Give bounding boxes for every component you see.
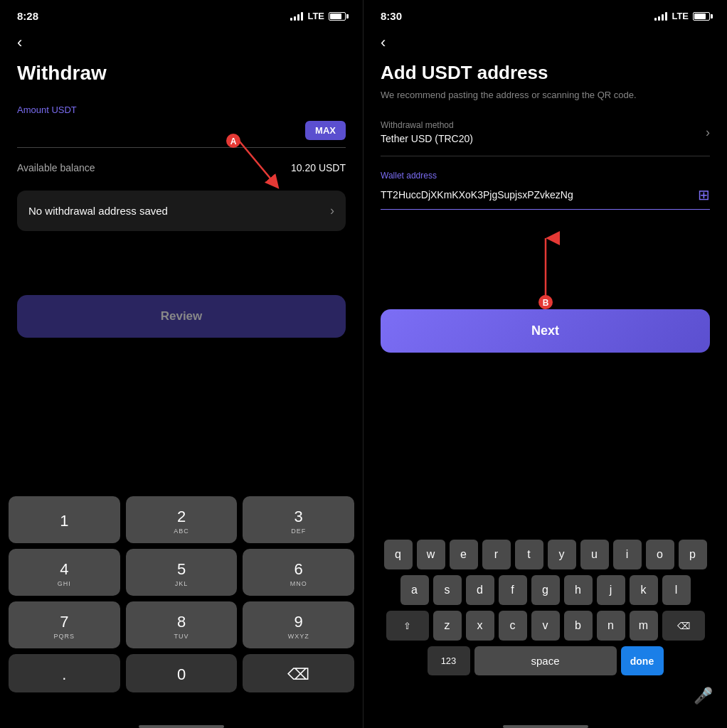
- key-u[interactable]: u: [580, 540, 609, 569]
- carrier-right: LTE: [672, 11, 689, 21]
- key-j[interactable]: j: [597, 575, 625, 605]
- qkey-row-3: ⇧ z x c v b n m ⌫: [369, 611, 721, 641]
- key-r[interactable]: r: [482, 540, 511, 569]
- home-indicator-right: [503, 725, 588, 728]
- left-phone: 8:28 LTE ‹ Withdraw Amount USDT MAX Avai…: [0, 0, 364, 728]
- amount-input[interactable]: [17, 123, 305, 138]
- carrier-left: LTE: [307, 11, 324, 21]
- battery-icon-left: [329, 12, 346, 21]
- signal-icon: [290, 12, 303, 21]
- right-phone: 8:30 LTE ‹ Add USDT address We recommend…: [364, 0, 727, 728]
- key-p[interactable]: p: [679, 540, 707, 569]
- key-c[interactable]: c: [499, 611, 527, 641]
- page-title-left: Withdraw: [17, 62, 346, 85]
- method-value: Tether USD (TRC20): [381, 133, 473, 144]
- status-bar-right: 8:30 LTE: [364, 0, 727, 26]
- key-7[interactable]: 7PQRS: [9, 601, 120, 648]
- key-d[interactable]: d: [466, 575, 494, 605]
- method-info: Withdrawal method Tether USD (TRC20): [381, 120, 473, 144]
- key-s[interactable]: s: [433, 575, 462, 605]
- key-row-1: 1 2ABC 3DEF: [9, 496, 354, 543]
- svg-text:B: B: [542, 298, 548, 308]
- method-label: Withdrawal method: [381, 120, 473, 130]
- key-v[interactable]: v: [531, 611, 560, 641]
- key-y[interactable]: y: [548, 540, 576, 569]
- key-m[interactable]: m: [630, 611, 658, 641]
- key-backspace-q[interactable]: ⌫: [662, 611, 705, 641]
- qkey-row-2: a s d f g h j k l: [369, 575, 721, 605]
- key-g[interactable]: g: [531, 575, 560, 605]
- balance-label: Available balance: [17, 162, 95, 173]
- key-f[interactable]: f: [499, 575, 527, 605]
- key-row-3: 7PQRS 8TUV 9WXYZ: [9, 601, 354, 648]
- annotation-b-container: B: [381, 224, 710, 309]
- key-3[interactable]: 3DEF: [243, 496, 354, 543]
- key-0[interactable]: 0: [126, 654, 238, 692]
- key-123[interactable]: 123: [428, 646, 470, 675]
- withdrawal-address-box[interactable]: No withdrawal address saved ›: [17, 191, 346, 231]
- key-8[interactable]: 8TUV: [126, 601, 238, 648]
- key-h[interactable]: h: [564, 575, 593, 605]
- key-dot[interactable]: .: [9, 654, 120, 692]
- key-x[interactable]: x: [466, 611, 494, 641]
- key-4[interactable]: 4GHI: [9, 549, 120, 596]
- wallet-address-input[interactable]: [381, 189, 698, 200]
- left-screen-content: ‹ Withdraw Amount USDT MAX Available bal…: [0, 26, 363, 491]
- status-right-right: LTE: [654, 11, 710, 21]
- key-l[interactable]: l: [662, 575, 691, 605]
- key-shift[interactable]: ⇧: [386, 611, 429, 641]
- annotation-a: A No withdrawal address saved ›: [17, 191, 346, 231]
- key-1[interactable]: 1: [9, 496, 120, 543]
- key-a[interactable]: a: [400, 575, 429, 605]
- key-space[interactable]: space: [474, 646, 617, 675]
- time-right: 8:30: [381, 10, 402, 22]
- amount-row: MAX: [17, 121, 346, 148]
- method-chevron-icon: ›: [706, 125, 710, 140]
- key-i[interactable]: i: [613, 540, 642, 569]
- wallet-label: Wallet address: [381, 171, 710, 181]
- back-button-right[interactable]: ‹: [381, 26, 386, 59]
- key-w[interactable]: w: [417, 540, 445, 569]
- key-q[interactable]: q: [384, 540, 413, 569]
- mic-button[interactable]: 🎤: [694, 687, 713, 705]
- key-b[interactable]: b: [564, 611, 593, 641]
- qkey-row-1: q w e r t y u i o p: [369, 540, 721, 569]
- key-6[interactable]: 6MNO: [243, 549, 354, 596]
- key-row-2: 4GHI 5JKL 6MNO: [9, 549, 354, 596]
- home-indicator-left: [139, 725, 224, 728]
- keyboard-bottom-row: ☺ 🎤: [369, 681, 721, 705]
- key-backspace[interactable]: ⌫: [243, 654, 354, 692]
- key-t[interactable]: t: [515, 540, 543, 569]
- page-title-right: Add USDT address: [381, 62, 710, 84]
- status-bar-left: 8:28 LTE: [0, 0, 363, 26]
- key-done[interactable]: done: [621, 646, 664, 675]
- key-9[interactable]: 9WXYZ: [243, 601, 354, 648]
- battery-icon-right: [693, 12, 710, 21]
- status-right-left: LTE: [290, 11, 346, 21]
- key-n[interactable]: n: [597, 611, 625, 641]
- time-left: 8:28: [17, 10, 38, 22]
- wallet-section: Wallet address ⊞: [381, 171, 710, 210]
- key-e[interactable]: e: [450, 540, 478, 569]
- balance-row: Available balance 10.20 USDT: [17, 162, 346, 173]
- back-button-left[interactable]: ‹: [17, 26, 22, 59]
- wallet-input-row: ⊞: [381, 186, 710, 210]
- numeric-keyboard: 1 2ABC 3DEF 4GHI 5JKL 6MNO 7PQRS 8TUV 9W…: [0, 491, 363, 719]
- next-button[interactable]: Next: [381, 309, 710, 353]
- emoji-button[interactable]: ☺: [378, 687, 393, 705]
- qr-icon[interactable]: ⊞: [698, 186, 710, 203]
- max-button[interactable]: MAX: [305, 121, 346, 140]
- balance-value: 10.20 USDT: [291, 162, 346, 173]
- key-2[interactable]: 2ABC: [126, 496, 238, 543]
- amount-label: Amount USDT: [17, 105, 346, 115]
- subtitle-right: We recommend pasting the address or scan…: [381, 90, 710, 100]
- key-o[interactable]: o: [646, 540, 674, 569]
- qwerty-keyboard: q w e r t y u i o p a s d f g h j k l ⇧ …: [364, 535, 727, 719]
- signal-icon-right: [654, 12, 667, 21]
- review-button[interactable]: Review: [17, 295, 346, 338]
- key-5[interactable]: 5JKL: [126, 549, 238, 596]
- key-k[interactable]: k: [630, 575, 658, 605]
- key-z[interactable]: z: [433, 611, 462, 641]
- method-section[interactable]: Withdrawal method Tether USD (TRC20) ›: [381, 120, 710, 156]
- key-row-4: . 0 ⌫: [9, 654, 354, 692]
